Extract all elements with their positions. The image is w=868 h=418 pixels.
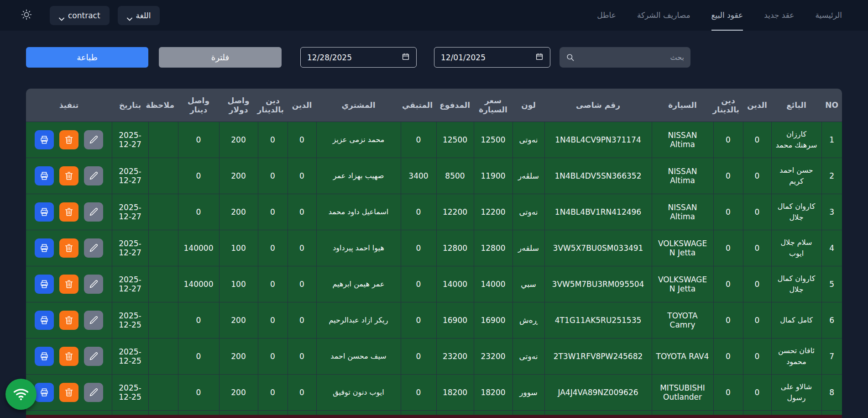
chevron-down-icon <box>59 14 64 17</box>
cell-car: TOYOTA Camry <box>652 302 713 338</box>
cell-car: NISSAN Altima <box>652 122 713 158</box>
column-header-6: لون <box>512 89 544 122</box>
cell-received_usd: 200 <box>219 158 258 194</box>
table-row: 2حسن احمد كريم00NISSAN Altima1N4BL4DV5SN… <box>26 158 842 194</box>
delete-row-button[interactable] <box>59 347 78 366</box>
cell-received_iqd: 0 <box>178 374 219 410</box>
table-row: 6كامل كمال00TOYOTA Camry4T1G11AK5RU25153… <box>26 302 842 338</box>
nav-link-sale-contracts[interactable]: عقود البيع <box>711 0 743 31</box>
cell-buyer_debt_iqd: 0 <box>258 158 288 194</box>
column-header-8: المدفوع <box>436 89 474 122</box>
cell-date: 2025-12-27 <box>112 266 148 302</box>
trash-icon <box>64 351 74 361</box>
cell-paid: 14000 <box>436 266 474 302</box>
cell-note <box>148 122 178 158</box>
table-row: 7ئافان تحسن محمود00TOYOTA RAV42T3W1RFV8P… <box>26 338 842 374</box>
printer-icon <box>39 279 49 289</box>
cell-seller_debt_iqd: 0 <box>713 302 743 338</box>
edit-row-button[interactable] <box>84 130 103 149</box>
search-input[interactable] <box>579 53 684 62</box>
delete-row-button[interactable] <box>59 202 78 222</box>
print-row-button[interactable] <box>35 130 54 149</box>
pencil-icon <box>89 315 99 325</box>
cell-received_iqd: 0 <box>178 194 219 230</box>
cell-buyer: صهيب بهزاد عمر <box>316 158 401 194</box>
print-row-button[interactable] <box>35 311 54 330</box>
cell-date: 2025-12-27 <box>112 230 148 266</box>
cell-remaining: 0 <box>401 266 436 302</box>
edit-row-button[interactable] <box>84 166 103 185</box>
cell-seller: شالاو على رسول <box>771 374 821 410</box>
cell-received_usd: 200 <box>219 194 258 230</box>
nav-link-company-expenses[interactable]: مصاريف الشركة <box>637 0 690 31</box>
cell-seller: كامل كمال <box>771 302 821 338</box>
delete-row-button[interactable] <box>59 130 78 149</box>
trash-icon <box>64 243 74 253</box>
edit-row-button[interactable] <box>84 383 103 402</box>
print-row-button[interactable] <box>35 238 54 258</box>
cell-color: سبي <box>512 266 544 302</box>
delete-row-button[interactable] <box>59 383 78 402</box>
print-row-button[interactable] <box>35 383 54 402</box>
edit-row-button[interactable] <box>84 347 103 366</box>
cell-buyer_debt: 0 <box>288 158 316 194</box>
nav-link-new-contract[interactable]: عقد جديد <box>764 0 794 31</box>
printer-icon <box>39 135 49 145</box>
nav-spacer <box>160 0 597 31</box>
edit-row-button[interactable] <box>84 202 103 222</box>
edit-row-button[interactable] <box>84 275 103 294</box>
delete-row-button[interactable] <box>59 275 78 294</box>
printer-icon <box>39 207 49 217</box>
cell-car: VOLKSWAGEN Jetta <box>652 230 713 266</box>
language-dropdown-label: اللغة <box>136 11 151 20</box>
cell-buyer: هيوا احمد پيرداود <box>316 230 401 266</box>
top-navbar: الرئيسيةعقد جديدعقود البيعمصاريف الشركةع… <box>0 0 868 31</box>
cell-buyer: ايوب دنون توفيق <box>316 374 401 410</box>
cell-seller_debt_iqd: 0 <box>713 338 743 374</box>
cell-no: 5 <box>821 266 842 302</box>
delete-row-button[interactable] <box>59 311 78 330</box>
cell-seller_debt: 0 <box>743 122 771 158</box>
cell-price: 18200 <box>474 374 512 410</box>
print-row-button[interactable] <box>35 202 54 222</box>
edit-row-button[interactable] <box>84 238 103 258</box>
cell-note <box>148 158 178 194</box>
print-row-button[interactable] <box>35 275 54 294</box>
column-header-17: تنفيذ <box>26 89 112 122</box>
print-row-button[interactable] <box>35 166 54 185</box>
print-all-button[interactable]: طباعة <box>26 47 148 68</box>
cell-remaining: 0 <box>401 338 436 374</box>
nav-link-home[interactable]: الرئيسية <box>815 0 842 31</box>
cell-date: 2025-12-25 <box>112 338 148 374</box>
cell-chassis: 4T1G11AK5RU251535 <box>544 302 652 338</box>
cell-date: 2025-12-25 <box>112 302 148 338</box>
date-end-input[interactable]: 12/28/2025 <box>300 47 417 68</box>
print-row-button[interactable] <box>35 347 54 366</box>
cell-seller_debt_iqd: 0 <box>713 230 743 266</box>
cell-chassis: 1N4BL4BV1RN412496 <box>544 194 652 230</box>
cell-color: سلڤه‌ر <box>512 158 544 194</box>
contract-dropdown[interactable]: contract <box>50 6 110 25</box>
column-header-10: المشتري <box>316 89 401 122</box>
cell-color: سلفه‌ر <box>512 230 544 266</box>
delete-row-button[interactable] <box>59 166 78 185</box>
nav-link-idle[interactable]: عاطل <box>597 0 616 31</box>
cell-remaining: 0 <box>401 122 436 158</box>
date-start-input[interactable]: 12/01/2025 <box>434 47 550 68</box>
cell-received_usd: 100 <box>219 230 258 266</box>
theme-toggle[interactable] <box>21 9 32 22</box>
cell-actions <box>26 266 112 302</box>
cell-seller_debt: 0 <box>743 158 771 194</box>
delete-row-button[interactable] <box>59 238 78 258</box>
cell-seller_debt_iqd: 0 <box>713 374 743 410</box>
edit-row-button[interactable] <box>84 311 103 330</box>
filter-button[interactable]: فلترة <box>159 47 282 68</box>
cell-buyer_debt: 0 <box>288 338 316 374</box>
column-header-5: رقم شاصى <box>544 89 652 122</box>
wifi-fab-button[interactable] <box>5 379 37 410</box>
search-box <box>559 47 690 68</box>
cell-buyer: محمد نزمى عزيز <box>316 122 401 158</box>
language-dropdown[interactable]: اللغة <box>118 6 160 25</box>
cell-buyer: عمر هيمن ابرهيم <box>316 266 401 302</box>
trash-icon <box>64 171 74 181</box>
